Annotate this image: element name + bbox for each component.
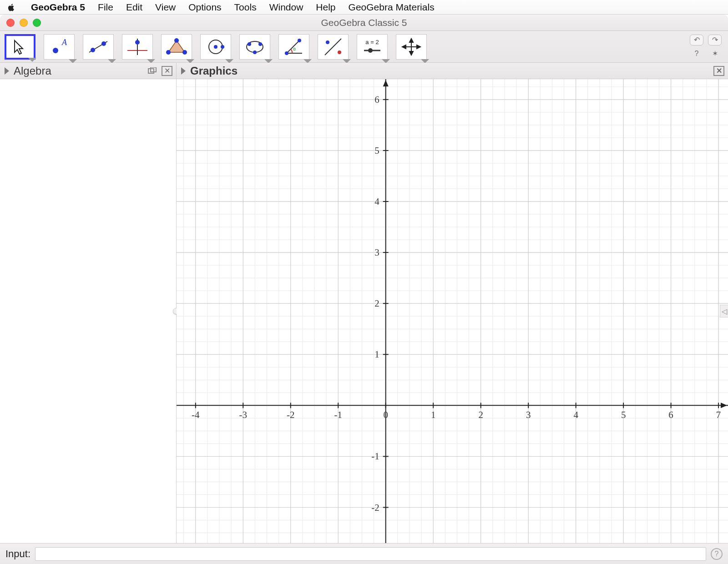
svg-point-25	[326, 40, 329, 44]
svg-text:2: 2	[374, 298, 379, 309]
svg-text:a = 2: a = 2	[365, 39, 379, 45]
mac-menubar: GeoGebra 5 File Edit View Options Tools …	[0, 0, 728, 15]
svg-text:-3: -3	[239, 409, 248, 420]
menu-options[interactable]: Options	[182, 2, 228, 13]
svg-point-9	[174, 38, 179, 43]
move-tool[interactable]	[5, 34, 35, 60]
svg-text:-2: -2	[371, 502, 379, 513]
menu-materials[interactable]: GeoGebra Materials	[342, 2, 441, 13]
svg-point-13	[214, 45, 217, 49]
toolbar: A α a = 2 ↶ ↷	[0, 31, 728, 63]
svg-point-4	[101, 41, 106, 46]
svg-text:6: 6	[374, 94, 379, 105]
collapse-icon[interactable]	[5, 67, 9, 75]
svg-text:2: 2	[478, 409, 483, 420]
coordinate-plane[interactable]: -4-3-2-101234567-2-1123456	[177, 79, 728, 543]
menu-file[interactable]: File	[91, 2, 120, 13]
redo-button[interactable]: ↷	[708, 35, 722, 45]
algebra-panel[interactable]	[0, 79, 177, 543]
window-close-button[interactable]	[6, 19, 15, 27]
panel-close-icon[interactable]: ✕	[713, 66, 724, 76]
svg-text:A: A	[61, 38, 67, 47]
svg-text:1: 1	[431, 409, 436, 420]
settings-icon[interactable]: ✶	[708, 48, 722, 59]
angle-tool[interactable]: α	[278, 34, 309, 60]
input-help-icon[interactable]: ?	[711, 548, 723, 560]
algebra-panel-header[interactable]: Algebra ✕	[0, 63, 177, 79]
algebra-title: Algebra	[14, 65, 51, 77]
svg-point-23	[298, 39, 301, 42]
svg-point-7	[135, 40, 140, 45]
window-titlebar: GeoGebra Classic 5	[0, 15, 728, 31]
perpendicular-tool[interactable]	[122, 34, 153, 60]
move-graphics-tool[interactable]	[396, 34, 427, 60]
svg-text:5: 5	[621, 409, 626, 420]
graphics-panel-header[interactable]: Graphics ✕	[177, 63, 728, 79]
svg-point-17	[258, 42, 262, 46]
svg-marker-143	[721, 403, 727, 408]
svg-point-22	[285, 51, 288, 55]
undo-button[interactable]: ↶	[690, 35, 703, 45]
collapse-icon[interactable]	[181, 67, 186, 75]
svg-point-29	[368, 48, 373, 53]
menu-tools[interactable]: Tools	[228, 2, 263, 13]
svg-point-10	[182, 50, 187, 55]
menu-view[interactable]: View	[149, 2, 182, 13]
svg-text:7: 7	[716, 409, 721, 420]
svg-point-14	[221, 45, 224, 49]
svg-text:-4: -4	[192, 409, 200, 420]
reflect-tool[interactable]	[318, 34, 349, 60]
graphics-title: Graphics	[190, 65, 238, 77]
svg-text:6: 6	[668, 409, 673, 420]
menu-window[interactable]: Window	[263, 2, 310, 13]
input-bar: Input: ?	[0, 543, 728, 564]
apple-icon[interactable]	[6, 2, 16, 12]
side-panel-toggle-icon[interactable]: ◁	[720, 305, 728, 317]
svg-marker-34	[402, 45, 406, 49]
window-minimize-button[interactable]	[20, 19, 28, 27]
panel-window-icon[interactable]	[147, 66, 158, 76]
tool-dropdown-icon[interactable]	[28, 58, 36, 62]
window-title: GeoGebra Classic 5	[0, 17, 728, 28]
svg-text:4: 4	[573, 409, 578, 420]
menu-app[interactable]: GeoGebra 5	[25, 2, 91, 13]
svg-marker-32	[410, 39, 413, 42]
input-field[interactable]	[35, 547, 706, 561]
input-label: Input:	[5, 548, 30, 560]
svg-marker-35	[417, 45, 420, 49]
menu-edit[interactable]: Edit	[120, 2, 149, 13]
window-maximize-button[interactable]	[33, 19, 41, 27]
slider-tool[interactable]: a = 2	[357, 34, 388, 60]
svg-point-18	[253, 50, 257, 54]
help-icon[interactable]: ?	[690, 48, 703, 59]
svg-point-26	[338, 50, 341, 54]
svg-text:1: 1	[374, 349, 379, 360]
svg-point-16	[248, 42, 251, 46]
point-tool[interactable]: A	[44, 34, 75, 60]
svg-text:-1: -1	[334, 409, 342, 420]
svg-point-11	[166, 50, 171, 55]
ellipse-tool[interactable]	[239, 34, 270, 60]
svg-text:3: 3	[374, 247, 379, 258]
polygon-tool[interactable]	[161, 34, 192, 60]
svg-text:0: 0	[383, 409, 388, 420]
svg-point-3	[91, 48, 95, 52]
circle-tool[interactable]	[200, 34, 231, 60]
svg-text:-2: -2	[287, 409, 295, 420]
line-tool[interactable]	[83, 34, 114, 60]
svg-marker-33	[410, 51, 413, 55]
svg-marker-144	[383, 80, 389, 86]
svg-text:-1: -1	[371, 451, 379, 462]
svg-text:α: α	[293, 46, 296, 51]
panel-close-icon[interactable]: ✕	[162, 66, 172, 76]
svg-text:5: 5	[374, 145, 379, 156]
graphics-panel[interactable]: -4-3-2-101234567-2-1123456 ◁	[177, 79, 728, 543]
svg-text:4: 4	[374, 196, 379, 207]
svg-point-1	[53, 48, 58, 53]
menu-help[interactable]: Help	[309, 2, 342, 13]
svg-text:3: 3	[526, 409, 531, 420]
